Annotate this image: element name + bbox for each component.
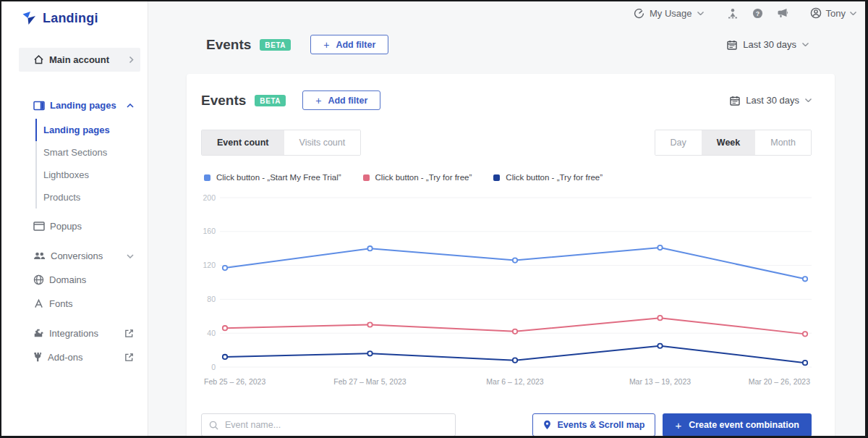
data-point xyxy=(513,258,517,262)
sidebar-item-landing-pages[interactable]: Landing pages xyxy=(19,93,140,117)
sidebar: Landingi Main account Landing pages xyxy=(1,1,148,436)
chart-controls: Event count Visits count Day Week Month xyxy=(201,130,812,156)
plus-icon: + xyxy=(315,95,321,106)
caret-down-icon xyxy=(697,12,704,15)
card-footer: Events & Scroll map + Create event combi… xyxy=(201,413,812,436)
external-link-icon xyxy=(124,329,134,338)
tab-day[interactable]: Day xyxy=(655,130,702,155)
font-letter-icon xyxy=(33,298,44,309)
affiliate-icon[interactable] xyxy=(727,8,739,19)
sidebar-subitem-lightboxes[interactable]: Lightboxes xyxy=(35,164,140,186)
data-point xyxy=(223,326,227,330)
chevron-right-icon xyxy=(129,56,134,64)
my-usage-label: My Usage xyxy=(650,8,692,19)
globe-icon xyxy=(33,274,44,285)
page-header: Events BETA + Add filter Last 30 days xyxy=(206,35,809,54)
card-header: Events BETA + Add filter Last 30 days xyxy=(201,90,812,110)
data-point xyxy=(803,361,807,365)
data-point xyxy=(367,246,372,250)
tab-week[interactable]: Week xyxy=(702,130,755,155)
sidebar-item-conversions[interactable]: Conversions xyxy=(19,244,140,268)
plug-icon xyxy=(33,352,43,363)
events-scroll-map-button[interactable]: Events & Scroll map xyxy=(532,413,656,436)
location-pin-icon xyxy=(543,420,551,430)
sidebar-item-main-account[interactable]: Main account xyxy=(19,48,140,72)
x-axis-tick: Mar 6 – 12, 2023 xyxy=(486,377,544,386)
sidebar-subitem-products[interactable]: Products xyxy=(35,186,140,209)
sidebar-item-add-ons[interactable]: Add-ons xyxy=(19,345,140,369)
sidebar-item-integrations[interactable]: Integrations xyxy=(19,321,140,345)
card-add-filter-button[interactable]: + Add filter xyxy=(302,90,380,110)
sidebar-item-label: Add-ons xyxy=(48,352,82,363)
data-point xyxy=(803,277,807,281)
tab-month[interactable]: Month xyxy=(755,130,811,155)
date-range-label: Last 30 days xyxy=(743,39,796,50)
username-label: Tony xyxy=(826,8,846,19)
sidebar-item-label: Domains xyxy=(49,274,86,285)
users-icon xyxy=(33,251,46,261)
granularity-tabs: Day Week Month xyxy=(655,130,812,156)
x-axis-tick: Feb 27 – Mar 5, 2023 xyxy=(333,377,407,386)
beta-badge: BETA xyxy=(260,39,291,51)
sidebar-item-label: Fonts xyxy=(49,298,73,309)
logo[interactable]: Landingi xyxy=(1,9,148,28)
sidebar-item-domains[interactable]: Domains xyxy=(19,268,140,292)
sidebar-item-fonts[interactable]: Fonts xyxy=(19,292,140,316)
add-filter-button[interactable]: + Add filter xyxy=(310,35,388,54)
sidebar-subitem-landing-pages[interactable]: Landing pages xyxy=(35,119,140,141)
event-search-box xyxy=(201,413,456,436)
card-title: Events xyxy=(201,93,246,109)
y-axis-tick: 0 xyxy=(211,363,216,371)
data-point xyxy=(803,332,807,336)
sidebar-item-label: Landing pages xyxy=(50,100,116,111)
create-event-combination-button[interactable]: + Create event combination xyxy=(663,413,812,436)
calendar-icon xyxy=(730,96,740,106)
date-range-picker[interactable]: Last 30 days xyxy=(727,39,809,50)
y-axis-tick: 160 xyxy=(203,227,216,235)
my-usage-menu[interactable]: My Usage xyxy=(634,8,704,19)
sidebar-item-popups[interactable]: Popups xyxy=(19,214,140,238)
help-icon[interactable]: ? xyxy=(752,8,763,19)
data-point xyxy=(513,358,517,362)
logo-text: Landingi xyxy=(43,11,98,26)
app-window: Landingi Main account Landing pages xyxy=(0,0,868,438)
landingi-logo-icon xyxy=(21,10,37,26)
sidebar-item-label: Popups xyxy=(50,221,82,232)
legend-swatch xyxy=(204,174,210,181)
date-range-label: Last 30 days xyxy=(746,95,799,106)
y-axis-tick: 200 xyxy=(203,193,216,202)
data-point xyxy=(223,355,227,359)
chart-area: 04080120160200Feb 25 – 26, 2023Feb 27 – … xyxy=(201,189,812,392)
x-axis-tick: Mar 20 – 26, 2023 xyxy=(749,377,810,386)
tab-visits-count[interactable]: Visits count xyxy=(284,130,361,155)
svg-text:?: ? xyxy=(755,9,759,17)
count-tabs: Event count Visits count xyxy=(201,130,361,156)
popup-window-icon xyxy=(33,222,45,231)
data-point xyxy=(658,245,662,250)
legend-label: Click button - „Try for free” xyxy=(375,173,472,182)
megaphone-icon[interactable] xyxy=(777,8,788,18)
landing-pages-icon xyxy=(33,101,45,111)
data-point xyxy=(658,316,662,320)
account-menu[interactable]: Tony xyxy=(810,7,856,19)
sidebar-item-label: Conversions xyxy=(51,250,103,261)
events-card: Events BETA + Add filter Last 30 days xyxy=(187,74,835,436)
chart-legend: Click button - „Start My Free Trial”Clic… xyxy=(201,173,812,182)
puzzle-icon xyxy=(33,328,44,339)
page-title: Events xyxy=(206,37,251,53)
card-date-range-picker[interactable]: Last 30 days xyxy=(730,95,812,106)
events-line-chart: 04080120160200Feb 25 – 26, 2023Feb 27 – … xyxy=(201,189,812,389)
external-link-icon xyxy=(124,353,134,362)
caret-down-icon xyxy=(805,98,812,102)
x-axis-tick: Mar 13 – 19, 2023 xyxy=(629,377,691,386)
legend-swatch xyxy=(363,174,370,181)
search-icon xyxy=(209,421,218,430)
sidebar-subitem-smart-sections[interactable]: Smart Sections xyxy=(35,141,140,164)
chevron-up-icon xyxy=(127,104,134,108)
tab-event-count[interactable]: Event count xyxy=(202,130,284,155)
legend-item: Click button - „Start My Free Trial” xyxy=(204,173,341,182)
data-point xyxy=(367,322,372,327)
chevron-down-icon xyxy=(127,254,134,258)
event-search-input[interactable] xyxy=(225,420,448,430)
y-axis-tick: 120 xyxy=(203,261,216,269)
